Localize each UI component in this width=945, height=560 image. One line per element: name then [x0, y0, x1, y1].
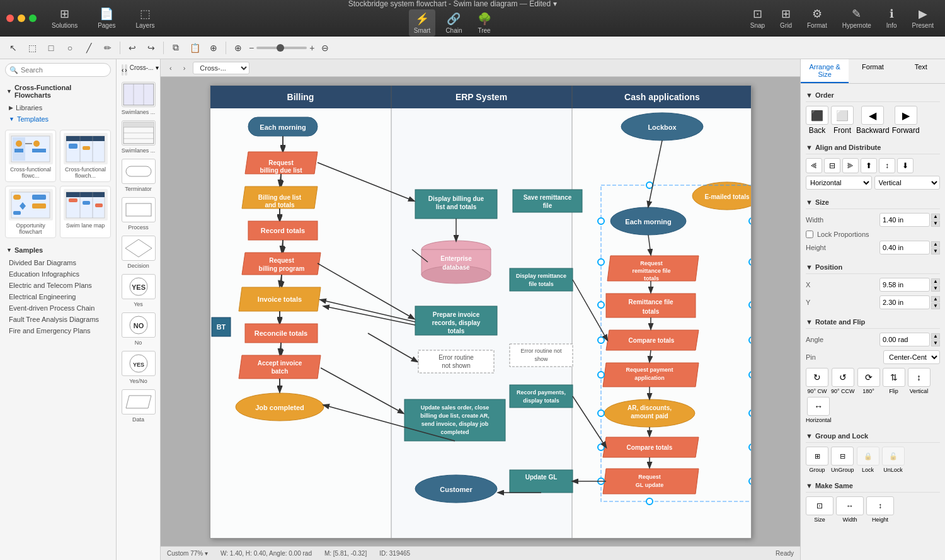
sidebar-item-cross-functional[interactable]: ▼ Cross-Functional Flowcharts: [0, 81, 116, 102]
snap-button[interactable]: ⊡ Snap: [745, 4, 770, 31]
align-middle-btn[interactable]: ↕: [879, 158, 895, 173]
rotate-title[interactable]: ▼ Rotate and Flip: [806, 316, 940, 329]
angle-up[interactable]: ▲: [931, 333, 940, 340]
zoom-plus[interactable]: +: [309, 43, 314, 53]
sidebar-item-electric[interactable]: Electric and Telecom Plans: [0, 280, 116, 291]
rotate-90cw-btn[interactable]: ↻ 90° CW: [806, 368, 828, 394]
cross-path-dropdown[interactable]: ▾: [156, 64, 159, 76]
height-up[interactable]: ▲: [931, 241, 940, 248]
shape-decision[interactable]: Decision: [119, 236, 158, 269]
vertical-select[interactable]: Vertical: [874, 176, 941, 190]
rotate-180-btn[interactable]: ⟳ 180°: [857, 368, 880, 394]
unlock-btn[interactable]: 🔓 UnLock: [882, 447, 905, 473]
shape-no[interactable]: NO No: [119, 312, 158, 346]
sidebar-item-education[interactable]: Education Infographics: [0, 268, 116, 280]
make-same-width-btn[interactable]: ↔ Width: [836, 496, 864, 523]
flip-btn[interactable]: ⇅ Flip: [883, 368, 905, 394]
align-bottom-btn[interactable]: ⬇: [897, 158, 914, 173]
group-btn[interactable]: ⊞ Group: [806, 447, 828, 473]
tab-text[interactable]: Text: [897, 59, 945, 83]
size-title[interactable]: ▼ Size: [806, 196, 940, 209]
sidebar-item-divided-bar[interactable]: Divided Bar Diagrams: [0, 257, 116, 268]
align-right-btn[interactable]: ⫸: [842, 158, 859, 173]
align-top-btn[interactable]: ⬆: [861, 158, 877, 173]
make-same-title[interactable]: ▼ Make Same: [806, 479, 940, 493]
order-forward-btn[interactable]: ▶ Forward: [892, 106, 920, 135]
width-up[interactable]: ▲: [931, 214, 940, 220]
diagram-select[interactable]: Cross-...: [193, 62, 249, 74]
shape-yes[interactable]: YES Yes: [119, 274, 158, 307]
pin-select[interactable]: Center-Center: [883, 350, 940, 364]
zoom-out-tool[interactable]: ⊖: [317, 40, 333, 56]
shape-terminator[interactable]: Terminator: [119, 159, 158, 192]
group-title[interactable]: ▼ Group and Lock: [806, 430, 940, 443]
redo-tool[interactable]: ↪: [143, 40, 159, 56]
tab-format[interactable]: Format: [849, 59, 896, 83]
close-button[interactable]: [6, 14, 14, 22]
vertical-btn[interactable]: ↕ Vertical: [908, 368, 931, 394]
align-left-btn[interactable]: ⫷: [806, 158, 822, 173]
lock-btn[interactable]: 🔒 Lock: [857, 447, 879, 473]
ungroup-btn[interactable]: ⊟ UnGroup: [831, 447, 854, 473]
nav-forward[interactable]: ›: [125, 64, 127, 76]
select-tool[interactable]: ↖: [5, 40, 21, 56]
sidebar-item-event-driven[interactable]: Event-driven Process Chain: [0, 302, 116, 314]
pages-button[interactable]: 📄 Pages: [93, 4, 120, 31]
width-input[interactable]: [879, 213, 930, 227]
hypernote-button[interactable]: ✎ Hypernote: [837, 4, 876, 31]
template-thumb-3[interactable]: Opportunity flowchart: [5, 186, 56, 238]
horizontal-btn[interactable]: ↔ Horizontal: [806, 397, 832, 423]
minimize-button[interactable]: [18, 14, 25, 22]
shape-swimlanes-1[interactable]: Swimlanes ...: [119, 82, 158, 115]
layers-button[interactable]: ⬚ Layers: [131, 4, 160, 31]
zoom-slider[interactable]: [256, 47, 307, 49]
shape-yesno[interactable]: YES Yes/No: [119, 351, 158, 384]
y-down[interactable]: ▼: [931, 303, 940, 309]
sidebar-item-templates[interactable]: ▼ Templates: [0, 113, 116, 125]
align-title[interactable]: ▼ Align and Distribute: [806, 141, 940, 154]
info-button[interactable]: ℹ Info: [881, 4, 902, 31]
paste-tool[interactable]: 📋: [186, 40, 203, 56]
pen-tool[interactable]: ✏: [100, 40, 116, 56]
nav-back-btn[interactable]: ‹: [166, 63, 176, 73]
order-front-btn[interactable]: ⬜ Front: [831, 106, 854, 135]
undo-tool[interactable]: ↩: [124, 40, 140, 56]
grid-button[interactable]: ⊞ Grid: [775, 4, 797, 31]
shape-data[interactable]: Data: [119, 389, 158, 423]
rotate-90ccw-btn[interactable]: ↺ 90° CCW: [831, 368, 855, 394]
angle-down[interactable]: ▼: [931, 340, 940, 346]
y-input[interactable]: [879, 295, 930, 309]
shape-swimlanes-2[interactable]: Swimlanes ...: [119, 120, 158, 154]
diagram-canvas[interactable]: Billing ERP System Cash applications BT …: [161, 77, 800, 546]
format-button[interactable]: ⚙ Format: [802, 4, 832, 31]
x-down[interactable]: ▼: [931, 285, 940, 292]
nav-forward-btn[interactable]: ›: [180, 63, 190, 73]
template-thumb-2[interactable]: Cross-functional flowch...: [60, 130, 111, 182]
line-tool[interactable]: ╱: [81, 40, 97, 56]
rect-tool[interactable]: □: [43, 40, 59, 56]
align-center-btn[interactable]: ⊟: [824, 158, 840, 173]
smart-button[interactable]: ⚡ Smart: [409, 9, 436, 37]
horizontal-select[interactable]: Horizontal: [806, 176, 872, 190]
y-up[interactable]: ▲: [931, 296, 940, 302]
order-backward-btn[interactable]: ◀ Backward: [856, 106, 890, 135]
template-thumb-1[interactable]: Cross-functional flowc...: [5, 130, 56, 182]
make-same-height-btn[interactable]: ↕ Height: [866, 496, 894, 523]
width-down[interactable]: ▼: [931, 220, 940, 227]
tree-button[interactable]: 🌳 Tree: [472, 9, 496, 37]
height-down[interactable]: ▼: [931, 248, 940, 254]
nav-back[interactable]: ‹: [122, 64, 123, 76]
ellipse-tool[interactable]: ○: [62, 40, 78, 56]
lock-proportions-checkbox[interactable]: [806, 231, 813, 238]
present-button[interactable]: ▶ Present: [907, 4, 939, 31]
order-title[interactable]: ▼ Order: [806, 89, 940, 102]
angle-input[interactable]: [879, 333, 930, 346]
sidebar-item-samples[interactable]: ▼ Samples: [0, 243, 116, 257]
position-title[interactable]: ▼ Position: [806, 261, 940, 274]
zoom-slider-thumb[interactable]: [277, 44, 284, 52]
connect-tool[interactable]: ⊕: [205, 40, 222, 56]
height-input[interactable]: [879, 241, 930, 254]
sidebar-item-libraries[interactable]: ▶ Libraries: [0, 102, 116, 113]
x-input[interactable]: [879, 278, 930, 292]
x-up[interactable]: ▲: [931, 278, 940, 285]
